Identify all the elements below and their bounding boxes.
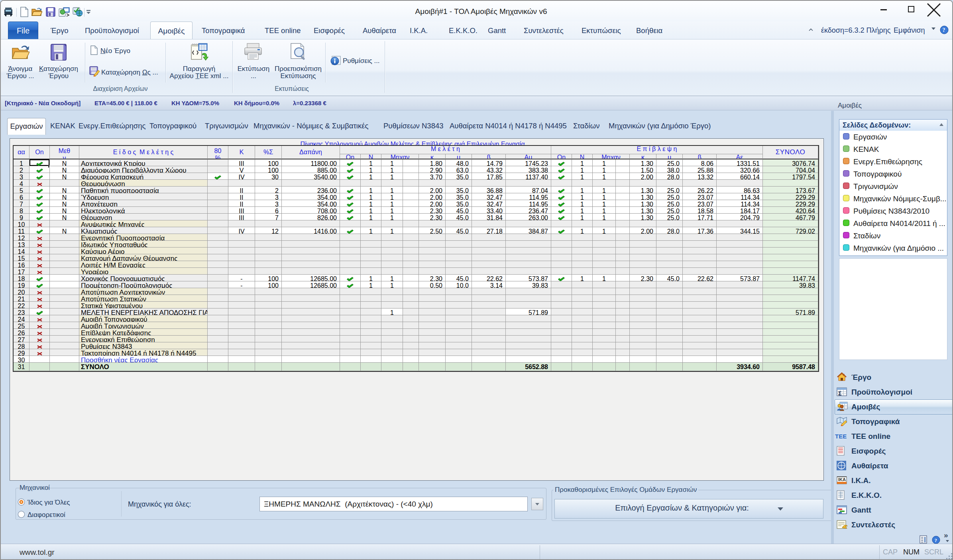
svg-text:Σ: Σ — [838, 390, 841, 397]
svg-text:?: ? — [943, 27, 945, 33]
svg-text:?: ? — [935, 537, 937, 543]
svg-text:IKA: IKA — [838, 477, 846, 482]
